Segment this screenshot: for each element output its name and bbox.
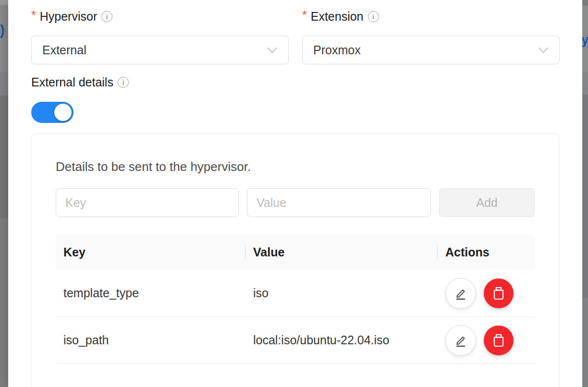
external-details-label-row: External details i: [31, 75, 582, 89]
background-text-fragment-right: ys: [582, 33, 588, 48]
header-key: Key: [56, 235, 245, 270]
hypervisor-label-row: * Hypervisor i: [31, 10, 289, 23]
trash-icon: [492, 333, 505, 348]
hypervisor-label: Hypervisor: [40, 10, 97, 24]
extension-select[interactable]: Proxmox: [302, 36, 560, 64]
row-value: iso: [245, 286, 438, 300]
edit-row-button[interactable]: [445, 325, 476, 356]
hypervisor-select-value: External: [42, 43, 86, 57]
background-band: [0, 96, 8, 218]
add-button[interactable]: Add: [439, 188, 535, 217]
key-input[interactable]: [56, 188, 239, 217]
background-band: [582, 73, 588, 95]
background-text-fragment-left: ): [0, 23, 5, 38]
background-band: [0, 218, 8, 387]
edit-icon: [453, 333, 468, 348]
header-actions: Actions: [438, 235, 535, 270]
chevron-down-icon: [538, 47, 549, 53]
extension-field: * Extension i Proxmox: [302, 10, 560, 64]
value-input[interactable]: [247, 188, 431, 217]
details-panel: Details to be sent to the hypervisor. Ad…: [31, 133, 559, 387]
details-table: Key Value Actions template_type iso: [56, 235, 535, 364]
background-page-left-edge: ): [0, 0, 8, 387]
table-row: iso_path local:iso/ubuntu-22.04.iso: [56, 317, 535, 364]
row-key: template_type: [56, 286, 245, 300]
row-key: iso_path: [56, 333, 245, 347]
external-details-toggle[interactable]: [31, 102, 74, 123]
form-row: * Hypervisor i External * Extension i: [31, 10, 582, 64]
background-band: [0, 5, 8, 73]
chevron-down-icon: [267, 47, 278, 53]
modal-panel: * Hypervisor i External * Extension i: [8, 0, 582, 387]
hypervisor-field: * Hypervisor i External: [31, 10, 289, 64]
panel-description: Details to be sent to the hypervisor.: [56, 160, 535, 173]
hypervisor-select[interactable]: External: [31, 36, 289, 64]
background-page-right-edge: ys: [582, 0, 588, 387]
info-icon[interactable]: i: [101, 11, 112, 22]
delete-row-button[interactable]: [484, 326, 514, 355]
key-value-input-row: Add: [56, 188, 535, 217]
edit-row-button[interactable]: [445, 278, 476, 309]
screen: ) * Hypervisor i External *: [0, 0, 588, 387]
background-band: [582, 95, 588, 298]
external-details-label: External details: [31, 75, 113, 89]
background-band: [0, 73, 8, 96]
info-icon[interactable]: i: [368, 11, 379, 22]
table-row: template_type iso: [56, 270, 535, 317]
background-band: [582, 0, 588, 6]
trash-icon: [492, 286, 505, 301]
row-value: local:iso/ubuntu-22.04.iso: [245, 333, 438, 347]
header-value: Value: [245, 235, 438, 270]
row-actions: [438, 325, 535, 356]
row-actions: [438, 278, 535, 309]
toggle-knob: [54, 104, 72, 121]
required-marker: *: [302, 8, 307, 22]
extension-label-row: * Extension i: [302, 10, 560, 23]
extension-select-value: Proxmox: [313, 43, 361, 57]
background-band: [582, 298, 588, 387]
extension-label: Extension: [311, 10, 364, 24]
table-header: Key Value Actions: [56, 235, 535, 270]
delete-row-button[interactable]: [484, 278, 514, 308]
background-band: [0, 0, 8, 5]
required-marker: *: [31, 8, 36, 22]
info-icon[interactable]: i: [118, 77, 129, 88]
edit-icon: [453, 286, 468, 301]
